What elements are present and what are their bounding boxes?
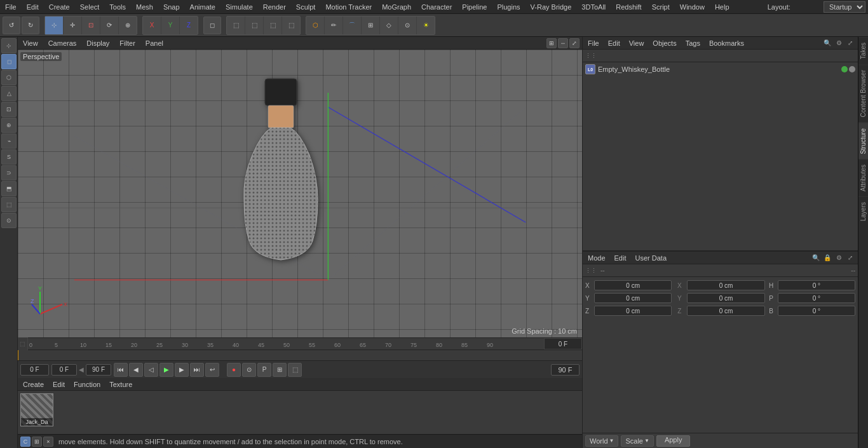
menu-create[interactable]: Create bbox=[44, 2, 75, 12]
menu-window[interactable]: Window bbox=[675, 2, 710, 12]
p-input[interactable]: 0 ° bbox=[778, 293, 855, 303]
scale-dropdown[interactable]: Scale ▼ bbox=[621, 435, 653, 447]
om-menu-file[interactable]: File bbox=[585, 39, 602, 48]
attr-expand-icon[interactable]: ⤢ bbox=[845, 253, 855, 263]
prev-frame-button[interactable]: ◀ bbox=[129, 363, 143, 377]
menu-snap[interactable]: Snap bbox=[158, 2, 185, 12]
viewport-menu-display[interactable]: Display bbox=[84, 39, 112, 48]
y-axis[interactable]: Y bbox=[161, 17, 179, 34]
left-tool-12[interactable]: ⊙ bbox=[1, 213, 17, 228]
menu-simulate[interactable]: Simulate bbox=[220, 2, 258, 12]
viewport-canvas[interactable]: Perspective bbox=[18, 50, 582, 337]
menu-mograph[interactable]: MoGraph bbox=[377, 2, 416, 12]
h-input[interactable]: 0 ° bbox=[778, 280, 855, 290]
viewport-2[interactable]: ⬚ bbox=[245, 17, 263, 34]
z-axis[interactable]: Z bbox=[180, 17, 198, 34]
texture-menu-edit[interactable]: Edit bbox=[50, 380, 67, 389]
preview-end-input[interactable] bbox=[86, 364, 111, 376]
menu-render[interactable]: Render bbox=[258, 2, 291, 12]
attr-menu-edit[interactable]: Edit bbox=[612, 254, 629, 262]
texture-menu-create[interactable]: Create bbox=[20, 380, 46, 389]
om-expand-icon[interactable]: ⤢ bbox=[845, 38, 855, 48]
menu-pipeline[interactable]: Pipeline bbox=[457, 2, 492, 12]
object-mode[interactable]: ◻ bbox=[203, 17, 221, 34]
menu-plugins[interactable]: Plugins bbox=[492, 2, 525, 12]
left-tool-1[interactable]: ⊹ bbox=[1, 38, 17, 53]
select-tool[interactable]: ⊹ bbox=[45, 17, 63, 34]
om-menu-tags[interactable]: Tags bbox=[683, 39, 703, 48]
om-search-icon[interactable]: 🔍 bbox=[822, 38, 832, 48]
om-menu-objects[interactable]: Objects bbox=[650, 39, 679, 48]
deformer-btn[interactable]: ◇ bbox=[380, 17, 398, 34]
menu-file[interactable]: File bbox=[0, 2, 22, 12]
record-button[interactable]: ● bbox=[227, 363, 241, 377]
scale-tool[interactable]: ⊡ bbox=[82, 17, 100, 34]
start-frame-input[interactable] bbox=[20, 364, 49, 376]
prev-play-button[interactable]: ◁ bbox=[144, 363, 158, 377]
viewport-menu-filter[interactable]: Filter bbox=[117, 39, 137, 48]
camera-btn[interactable]: ⊙ bbox=[398, 17, 416, 34]
menu-redshift[interactable]: Redshift bbox=[611, 2, 646, 12]
texture-menu-function[interactable]: Function bbox=[71, 380, 103, 389]
left-tool-2[interactable]: ◻ bbox=[1, 54, 17, 69]
x-rot-input[interactable]: 0 cm bbox=[687, 280, 764, 290]
preview-start-input[interactable] bbox=[51, 364, 77, 376]
menu-animate[interactable]: Animate bbox=[185, 2, 220, 12]
motion-clip-button[interactable]: ⊞ bbox=[273, 363, 287, 377]
viewport-menu-view[interactable]: View bbox=[20, 39, 41, 48]
redo-button[interactable]: ↻ bbox=[22, 17, 39, 34]
vp-ctrl-1[interactable]: ⊞ bbox=[546, 38, 557, 48]
menu-3dtoall[interactable]: 3DToAll bbox=[576, 2, 611, 12]
status-icon-2[interactable]: ⊞ bbox=[32, 437, 42, 447]
cube-btn[interactable]: ⬡ bbox=[306, 17, 324, 34]
menu-tools[interactable]: Tools bbox=[104, 2, 131, 12]
b-input[interactable]: 0 ° bbox=[778, 306, 855, 316]
z-pos-input[interactable]: 0 cm bbox=[594, 306, 672, 316]
x-pos-input[interactable]: 0 cm bbox=[594, 280, 672, 290]
om-menu-view[interactable]: View bbox=[627, 39, 647, 48]
viewport-4[interactable]: ⬚ bbox=[282, 17, 300, 34]
viewport-1[interactable]: ⬚ bbox=[227, 17, 245, 34]
left-tool-6[interactable]: ⊕ bbox=[1, 118, 17, 133]
world-dropdown[interactable]: World ▼ bbox=[585, 435, 618, 447]
menu-vray[interactable]: V-Ray Bridge bbox=[526, 2, 577, 12]
status-icon-1[interactable]: C bbox=[20, 437, 31, 447]
z-rot-input[interactable]: 0 cm bbox=[687, 306, 764, 316]
tab-content-browser[interactable]: Content Browser bbox=[858, 64, 868, 122]
tab-takes[interactable]: Takes bbox=[858, 37, 868, 64]
play-button[interactable]: ▶ bbox=[159, 363, 173, 377]
preview-button[interactable]: ⬚ bbox=[288, 363, 302, 377]
left-tool-7[interactable]: ⌁ bbox=[1, 133, 17, 149]
om-settings-icon[interactable]: ⚙ bbox=[834, 38, 844, 48]
attr-settings-icon[interactable]: ⚙ bbox=[834, 253, 844, 263]
texture-menu-texture[interactable]: Texture bbox=[107, 380, 135, 389]
x-axis[interactable]: X bbox=[143, 17, 161, 34]
attr-lock-icon[interactable]: 🔒 bbox=[822, 253, 832, 263]
texture-thumbnail[interactable]: Jack_Da bbox=[20, 393, 53, 426]
left-tool-4[interactable]: △ bbox=[1, 86, 17, 101]
menu-motion-tracker[interactable]: Motion Tracker bbox=[320, 2, 377, 12]
menu-sculpt[interactable]: Sculpt bbox=[291, 2, 321, 12]
draw-btn[interactable]: ✏ bbox=[325, 17, 342, 34]
om-dot-visible[interactable] bbox=[841, 66, 848, 72]
menu-character[interactable]: Character bbox=[416, 2, 457, 12]
vp-ctrl-2[interactable]: ↔ bbox=[558, 38, 568, 48]
vp-ctrl-3[interactable]: ⤢ bbox=[569, 38, 580, 48]
attr-menu-mode[interactable]: Mode bbox=[585, 254, 608, 262]
left-tool-10[interactable]: ⬒ bbox=[1, 181, 17, 196]
loop-button[interactable]: ↩ bbox=[205, 363, 219, 377]
om-item-whiskey-bottle[interactable]: L0 Empty_Whiskey_Bottle bbox=[583, 62, 858, 76]
next-frame-button[interactable]: ▶ bbox=[175, 363, 189, 377]
light-btn[interactable]: ☀ bbox=[417, 17, 435, 34]
viewport-menu-cameras[interactable]: Cameras bbox=[46, 39, 79, 48]
menu-select[interactable]: Select bbox=[75, 2, 105, 12]
left-tool-3[interactable]: ⬡ bbox=[1, 70, 17, 85]
om-dot-render[interactable] bbox=[849, 66, 855, 72]
left-tool-5[interactable]: ⊡ bbox=[1, 102, 17, 117]
left-tool-11[interactable]: ⬚ bbox=[1, 197, 17, 212]
attr-search-icon[interactable]: 🔍 bbox=[811, 253, 821, 263]
y-rot-input[interactable]: 0 cm bbox=[687, 293, 764, 303]
menu-script[interactable]: Script bbox=[647, 2, 675, 12]
move-tool[interactable]: ✛ bbox=[64, 17, 81, 34]
viewport-menu-panel[interactable]: Panel bbox=[143, 39, 166, 48]
